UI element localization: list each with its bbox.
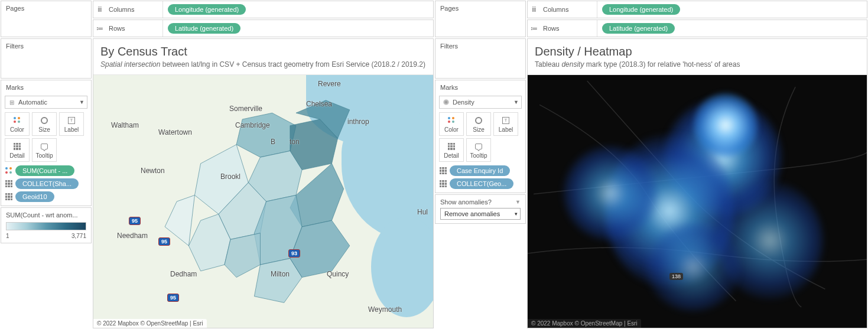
pill-collect-sha[interactable]: COLLECT(Sha... bbox=[15, 178, 79, 189]
detail-icon bbox=[5, 193, 13, 201]
label-button[interactable]: T Label bbox=[59, 112, 84, 136]
tooltip-button[interactable]: Tooltip bbox=[466, 138, 491, 162]
pill-longitude[interactable]: Longitude (generated) bbox=[168, 4, 246, 15]
automatic-icon: ⊞ bbox=[8, 98, 16, 106]
city-milton: Milton bbox=[271, 270, 290, 278]
legend-gradient bbox=[6, 222, 86, 230]
pill-collect-geo[interactable]: COLLECT(Geo... bbox=[450, 178, 513, 189]
worksheet-left: Pages Filters Marks ⊞ Automatic ▼ bbox=[0, 0, 434, 329]
marks-label: Marks bbox=[1, 80, 91, 95]
heat-blob bbox=[563, 146, 658, 240]
viz-density: Density / Heatmap Tableau density mark t… bbox=[527, 38, 867, 328]
param-value: Remove anomalies bbox=[444, 210, 500, 217]
pages-card[interactable]: Pages bbox=[435, 1, 526, 37]
rows-icon: ≔ bbox=[528, 24, 541, 32]
pages-label: Pages bbox=[440, 5, 459, 12]
mark-type-select[interactable]: Density ▼ bbox=[439, 96, 522, 109]
pill-sum-count[interactable]: SUM(Count - ... bbox=[15, 165, 74, 176]
chevron-down-icon: ▼ bbox=[515, 199, 521, 205]
right-side-cards: Pages Filters Marks Density ▼ Co bbox=[434, 0, 526, 329]
tooltip-button[interactable]: Tooltip bbox=[32, 138, 57, 162]
city-winthrop: inthrop bbox=[347, 118, 369, 126]
route-i93: 93 bbox=[288, 249, 300, 258]
size-icon bbox=[40, 116, 49, 125]
viz-title: By Census Tract bbox=[93, 39, 433, 60]
city-boston-ton: ton bbox=[290, 138, 300, 146]
columns-label: Columns bbox=[541, 1, 597, 18]
parameter-card: Show anomalies? ▼ Remove anomalies bbox=[435, 194, 526, 224]
filters-label: Filters bbox=[440, 43, 458, 50]
mark-pill-row[interactable]: SUM(Count - ... bbox=[5, 165, 87, 176]
pill-latitude[interactable]: Latitude (generated) bbox=[168, 23, 240, 34]
mark-pill-row[interactable]: COLLECT(Sha... bbox=[5, 178, 87, 189]
detail-button[interactable]: Detail bbox=[5, 138, 30, 162]
tooltip-icon bbox=[474, 142, 483, 151]
mark-type-value: Density bbox=[453, 99, 474, 106]
legend-title: SUM(Count - wrt anom... bbox=[6, 211, 86, 219]
city-revere: Revere bbox=[318, 80, 341, 88]
mark-pill-row[interactable]: Case Enquiry Id bbox=[439, 165, 522, 176]
color-button[interactable]: Color bbox=[5, 112, 30, 136]
rows-label: Rows bbox=[541, 20, 597, 37]
marks-card: Marks Density ▼ Color Size bbox=[435, 80, 526, 193]
worksheet-right: Pages Filters Marks Density ▼ Co bbox=[434, 0, 868, 329]
viz-title: Density / Heatmap bbox=[528, 39, 867, 60]
pages-label: Pages bbox=[6, 5, 24, 12]
param-select[interactable]: Remove anomalies bbox=[440, 208, 521, 220]
left-side-cards: Pages Filters Marks ⊞ Automatic ▼ bbox=[0, 0, 92, 329]
color-legend[interactable]: SUM(Count - wrt anom... 1 3,771 bbox=[1, 207, 92, 243]
color-button[interactable]: Color bbox=[439, 112, 464, 136]
city-cambridge: Cambridge bbox=[235, 121, 270, 129]
city-chelsea: Chelsea bbox=[306, 100, 332, 108]
city-watertown: Watertown bbox=[158, 128, 192, 136]
columns-icon: ⅲ bbox=[93, 5, 106, 14]
pill-case-enquiry[interactable]: Case Enquiry Id bbox=[450, 165, 510, 176]
detail-icon bbox=[439, 180, 447, 188]
mark-type-select[interactable]: ⊞ Automatic ▼ bbox=[5, 96, 87, 109]
label-icon: T bbox=[501, 116, 511, 125]
route-138: 138 bbox=[669, 273, 683, 280]
detail-icon bbox=[439, 167, 447, 175]
city-dedham: Dedham bbox=[170, 270, 197, 278]
route-i95: 95 bbox=[158, 237, 170, 246]
viz-census-tract: By Census Tract Spatial intersection bet… bbox=[93, 38, 434, 328]
pill-latitude[interactable]: Latitude (generated) bbox=[602, 23, 675, 34]
route-i95: 95 bbox=[129, 217, 141, 225]
city-newton: Newton bbox=[141, 167, 165, 175]
city-hull: Hul bbox=[417, 208, 428, 216]
city-brookline: Brookl bbox=[220, 172, 240, 181]
filters-card[interactable]: Filters bbox=[435, 38, 526, 79]
filters-card[interactable]: Filters bbox=[1, 38, 92, 79]
columns-label: Columns bbox=[106, 1, 163, 18]
choropleth-map[interactable]: Revere Chelsea Somerville Cambridge Walt… bbox=[93, 74, 433, 328]
pages-card[interactable]: Pages bbox=[1, 1, 92, 37]
map-attribution: © 2022 Mapbox © OpenStreetMap | Esri bbox=[93, 319, 207, 328]
size-button[interactable]: Size bbox=[466, 112, 491, 136]
pill-longitude[interactable]: Longitude (generated) bbox=[602, 4, 680, 15]
label-button[interactable]: T Label bbox=[493, 112, 518, 136]
rows-shelf[interactable]: ≔ Rows Latitude (generated) bbox=[527, 19, 867, 37]
tableau-dashboard: Pages Filters Marks ⊞ Automatic ▼ bbox=[0, 0, 868, 329]
legend-min: 1 bbox=[6, 233, 9, 239]
detail-icon bbox=[447, 142, 456, 151]
marks-card: Marks ⊞ Automatic ▼ Color Size bbox=[1, 80, 92, 206]
route-i95: 95 bbox=[167, 294, 179, 302]
filters-label: Filters bbox=[6, 43, 24, 50]
city-boston-b: B bbox=[271, 138, 275, 146]
rows-label: Rows bbox=[106, 20, 163, 37]
rows-shelf[interactable]: ≔ Rows Latitude (generated) bbox=[93, 19, 434, 37]
label-icon: T bbox=[67, 116, 76, 125]
columns-shelf[interactable]: ⅲ Columns Longitude (generated) bbox=[527, 1, 867, 18]
city-needham: Needham bbox=[117, 232, 148, 240]
mark-pill-row[interactable]: COLLECT(Geo... bbox=[439, 178, 522, 189]
columns-shelf[interactable]: ⅲ Columns Longitude (generated) bbox=[93, 1, 434, 18]
chevron-down-icon: ▼ bbox=[79, 99, 84, 105]
map-attribution: © 2022 Mapbox © OpenStreetMap | Esri bbox=[528, 319, 641, 328]
pill-geoid10[interactable]: Geoid10 bbox=[15, 191, 54, 202]
mark-pill-row[interactable]: Geoid10 bbox=[5, 191, 87, 202]
detail-icon bbox=[12, 142, 22, 151]
size-button[interactable]: Size bbox=[32, 112, 57, 136]
viz-subtitle: Spatial intersection between lat/lng in … bbox=[93, 60, 433, 74]
detail-button[interactable]: Detail bbox=[439, 138, 464, 162]
density-map[interactable]: 138 © 2022 Mapbox © OpenStreetMap | Esri bbox=[528, 74, 867, 328]
